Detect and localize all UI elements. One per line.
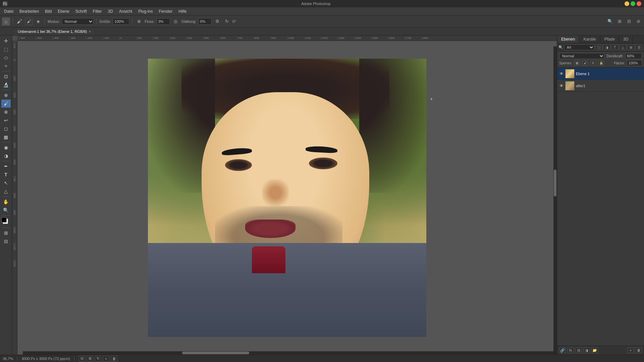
layer-visibility-after1[interactable]: 👁 <box>559 83 564 88</box>
extras-button[interactable]: ⊘ <box>635 18 642 25</box>
menu-fenster[interactable]: Fenster <box>156 8 175 14</box>
layer-smart-btn[interactable]: ⊞ <box>627 44 635 50</box>
vertical-scrollbar-thumb[interactable] <box>554 170 556 196</box>
lock-position-btn[interactable]: ✛ <box>590 60 596 66</box>
status-new-layer-btn[interactable]: + <box>103 356 109 362</box>
status-rotate-btn[interactable]: ↻ <box>95 356 101 362</box>
menu-hilfe[interactable]: Hilfe <box>176 8 189 14</box>
menu-ansicht[interactable]: Ansicht <box>116 8 135 14</box>
horizontal-scrollbar[interactable] <box>23 351 553 355</box>
selection-tool[interactable]: ⬚ <box>1 45 11 53</box>
canvas-area: -600 -500 -400 -300 -200 -100 0 100 200 … <box>12 36 557 355</box>
flow-input[interactable] <box>157 18 170 25</box>
status-arrange-btn[interactable]: ⊞ <box>87 356 93 362</box>
layer-style-btn[interactable]: fx <box>567 347 574 353</box>
link-layers-btn[interactable]: 🔗 <box>559 347 566 353</box>
zoom-tool[interactable]: 🔍 <box>1 206 11 214</box>
layer-bottom-toolbar: 🔗 fx ⊟ ◑ 📁 + 🗑 <box>557 346 644 355</box>
mode-label: Modus: <box>48 19 60 23</box>
edit-mode-btn[interactable]: ⊞ <box>1 229 11 237</box>
layer-item-ebene1[interactable]: 👁 Ebene 1 <box>557 68 644 80</box>
toolbar-separator-1 <box>13 18 13 25</box>
ruler-tick: -200 <box>86 37 103 40</box>
airbrush-button[interactable]: ◎ <box>172 18 179 25</box>
frame-btn[interactable]: ⊟ <box>1 237 11 245</box>
layer-item-after1[interactable]: 👁 after1 <box>557 80 644 92</box>
vertical-scrollbar[interactable] <box>553 46 557 355</box>
pressure-button[interactable]: ⊕ <box>135 18 143 25</box>
size-input[interactable] <box>113 18 129 25</box>
lasso-tool[interactable]: ⬭ <box>1 54 11 62</box>
zoom-button[interactable]: ⊞ <box>616 18 623 25</box>
menu-3d[interactable]: 3D <box>105 8 115 14</box>
menu-bearbeiten[interactable]: Bearbeiten <box>17 8 42 14</box>
lock-transparent-btn[interactable]: ▦ <box>574 60 580 66</box>
layer-mode-dropdown[interactable]: Normal Multiplizieren Abdunkeln <box>559 53 604 59</box>
close-button[interactable] <box>637 1 641 6</box>
gradient-tool[interactable]: ▦ <box>1 133 11 141</box>
brush-mode-alt[interactable]: 🖌 <box>25 18 33 25</box>
hand-tool[interactable]: ✋ <box>1 198 11 206</box>
canvas-image[interactable] <box>148 59 426 337</box>
clone-tool[interactable]: ⊗ <box>1 108 11 116</box>
mode-dropdown[interactable]: Normal Multiplizieren <box>62 18 94 25</box>
layer-group-btn[interactable]: 📁 <box>591 347 598 353</box>
menu-schrift[interactable]: Schrift <box>73 8 90 14</box>
maximize-button[interactable] <box>631 1 635 6</box>
healing-tool[interactable]: ⊕ <box>1 91 11 99</box>
tab-kanaele[interactable]: Kanäle <box>579 36 600 43</box>
menu-filter[interactable]: Filter <box>90 8 105 14</box>
search-button[interactable]: 🔍 <box>606 18 614 25</box>
foreground-color-swatch[interactable] <box>1 217 7 223</box>
lock-all-btn[interactable]: 🔒 <box>598 60 604 66</box>
move-tool[interactable]: ✛ <box>1 37 11 45</box>
layer-visibility-ebene1[interactable]: 👁 <box>559 71 564 76</box>
fill-input[interactable] <box>627 60 642 66</box>
history-tool[interactable]: ↩ <box>1 116 11 124</box>
layer-type-btn[interactable]: T <box>611 44 619 50</box>
status-layer-btn[interactable]: ⊟ <box>78 356 85 362</box>
tab-close-button[interactable]: × <box>89 30 91 34</box>
brush-tool[interactable]: 🖌 <box>1 100 11 108</box>
menu-bild[interactable]: Bild <box>42 8 54 14</box>
horizontal-scrollbar-thumb[interactable] <box>182 352 249 354</box>
path-select-tool[interactable]: ↖ <box>1 179 11 187</box>
eyedropper-tool[interactable]: 🔬 <box>1 81 11 89</box>
menu-plugins[interactable]: Plug-ins <box>136 8 155 14</box>
tab-pfade[interactable]: Pfade <box>600 36 619 43</box>
smoothing-settings[interactable]: ⚙ <box>214 18 221 25</box>
brush-mode-normal[interactable]: 🖌 <box>16 18 23 25</box>
tab-ebenen[interactable]: Ebenen <box>557 36 579 43</box>
minimize-button[interactable] <box>625 1 629 6</box>
angle-icon[interactable]: ↻ <box>223 18 230 25</box>
pen-tool[interactable]: ✒ <box>1 162 11 170</box>
layer-pixel-btn[interactable]: ⬛ <box>595 44 602 50</box>
layer-mask-btn[interactable]: ⊟ <box>575 347 582 353</box>
magic-wand-tool[interactable]: ✧ <box>1 62 11 70</box>
burn-tool[interactable]: ◑ <box>1 152 11 160</box>
opacity-input[interactable] <box>625 53 642 59</box>
home-button[interactable]: ⌂ <box>2 17 10 25</box>
layer-adjust-btn[interactable]: ◑ <box>603 44 610 50</box>
crop-tool[interactable]: ⊡ <box>1 72 11 80</box>
layer-kind-dropdown[interactable]: Art Name <box>564 44 594 50</box>
layer-filter-toggle[interactable]: ☰ <box>635 44 643 50</box>
adjustment-layer-btn[interactable]: ◑ <box>583 347 590 353</box>
view-button[interactable]: ⊟ <box>625 18 633 25</box>
document-tab[interactable]: Unbenannt-1 bei 36,7% (Ebene 1, RGB/8) × <box>13 28 95 35</box>
new-layer-btn[interactable]: + <box>627 347 634 353</box>
menu-datei[interactable]: Datei <box>1 8 16 14</box>
canvas-viewport[interactable]: + <box>17 41 557 355</box>
smoothing-input[interactable] <box>198 18 212 25</box>
menu-ebene[interactable]: Ebene <box>55 8 72 14</box>
tab-3d[interactable]: 3D <box>619 36 633 43</box>
lock-image-btn[interactable]: 🖌 <box>582 60 588 66</box>
brush-mode-alt2[interactable]: ◈ <box>35 18 42 25</box>
blur-tool[interactable]: ◉ <box>1 143 11 152</box>
status-delete-btn[interactable]: 🗑 <box>111 356 117 362</box>
text-tool[interactable]: T <box>1 171 11 179</box>
eraser-tool[interactable]: ◻ <box>1 125 11 133</box>
layer-shape-btn[interactable]: △ <box>619 44 627 50</box>
delete-layer-btn[interactable]: 🗑 <box>635 347 642 353</box>
shape-tool[interactable]: △ <box>1 187 11 195</box>
